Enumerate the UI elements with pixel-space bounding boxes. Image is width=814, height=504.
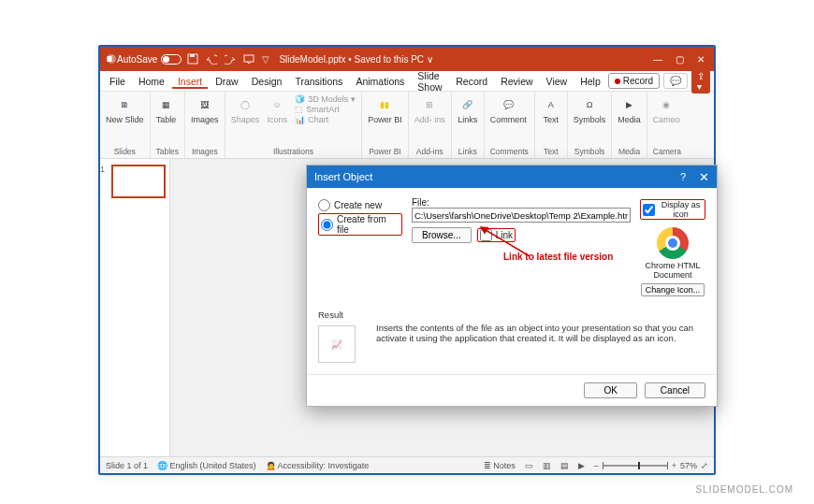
icon-caption: Chrome HTML Document xyxy=(640,261,705,280)
status-lang[interactable]: 🌐 English (United States) xyxy=(157,461,256,470)
save-icon[interactable] xyxy=(187,53,198,65)
view-normal-icon[interactable]: ▭ xyxy=(525,461,533,470)
document-title[interactable]: SlideModel.pptx • Saved to this PC ∨ xyxy=(279,54,432,65)
titlebar: AutoSave ▽ SlideModel.pptx • Saved to th… xyxy=(100,47,714,71)
powerbi-button[interactable]: ▮▮Power BI xyxy=(368,94,402,124)
svg-rect-1 xyxy=(108,56,112,62)
zoom-value: 57% xyxy=(680,461,697,470)
links-button[interactable]: 🔗Links xyxy=(458,94,478,124)
redo-icon[interactable] xyxy=(225,53,236,65)
display-as-icon-checkbox[interactable]: Display as icon xyxy=(640,199,705,220)
fit-icon[interactable]: ⤢ xyxy=(701,461,708,470)
view-reading-icon[interactable]: ▤ xyxy=(560,461,569,470)
ribbon: 🗎New Slide Slides ▦Table Tables 🖼Images … xyxy=(100,92,714,159)
smartart-button[interactable]: ⬚ SmartArt xyxy=(295,105,356,114)
dialog-title: Insert Object xyxy=(314,171,372,182)
text-button[interactable]: AText xyxy=(541,94,561,124)
menu-view[interactable]: View xyxy=(541,74,574,89)
comments-toggle[interactable]: 💬 xyxy=(663,73,688,89)
comment-button[interactable]: 💬Comment xyxy=(490,94,527,124)
view-sorter-icon[interactable]: ▥ xyxy=(543,461,551,470)
menu-transitions[interactable]: Transitions xyxy=(289,74,348,89)
cancel-button[interactable]: Cancel xyxy=(645,382,705,398)
symbols-button[interactable]: ΩSymbols xyxy=(574,94,606,124)
notes-button[interactable]: ≣ Notes xyxy=(484,461,516,470)
zoom-control[interactable]: – + 57% ⤢ xyxy=(594,461,708,470)
table-button[interactable]: ▦Table xyxy=(156,94,177,124)
menu-draw[interactable]: Draw xyxy=(210,74,244,89)
zoom-out-icon[interactable]: – xyxy=(594,461,599,470)
app-icon xyxy=(106,53,117,65)
ok-button[interactable]: OK xyxy=(584,382,636,398)
svg-rect-4 xyxy=(244,55,254,62)
create-new-radio[interactable]: Create new xyxy=(318,199,402,211)
status-bar: Slide 1 of 1 🌐 English (United States) 🙍… xyxy=(100,456,714,473)
record-button[interactable]: Record xyxy=(608,73,660,89)
menu-bar: File Home Insert Draw Design Transitions… xyxy=(100,71,714,92)
menu-record[interactable]: Record xyxy=(450,74,493,89)
zoom-in-icon[interactable]: + xyxy=(672,461,676,470)
status-slide: Slide 1 of 1 xyxy=(106,461,148,470)
browse-button[interactable]: Browse... xyxy=(412,227,472,243)
addins-button[interactable]: ⊞Add- ins xyxy=(414,94,445,124)
menu-insert[interactable]: Insert xyxy=(172,74,208,89)
autosave-label: AutoSave xyxy=(117,54,157,65)
menu-design[interactable]: Design xyxy=(246,74,288,89)
menu-help[interactable]: Help xyxy=(574,74,606,89)
shapes-button[interactable]: ◯Shapes xyxy=(231,94,260,124)
menu-slideshow[interactable]: Slide Show xyxy=(412,68,448,94)
dialog-help-icon[interactable]: ? xyxy=(680,171,686,182)
images-button[interactable]: 🖼Images xyxy=(191,94,219,124)
autosave-toggle[interactable] xyxy=(161,54,182,65)
powerpoint-window: AutoSave ▽ SlideModel.pptx • Saved to th… xyxy=(98,45,716,475)
file-path-input[interactable] xyxy=(412,208,631,223)
media-button[interactable]: ▶Media xyxy=(618,94,641,124)
share-button[interactable]: ⇪ ▾ xyxy=(691,69,710,94)
icons-button[interactable]: ☺Icons xyxy=(267,94,287,124)
minimize-icon[interactable]: — xyxy=(653,54,662,65)
close-icon[interactable]: ✕ xyxy=(697,54,705,65)
status-accessibility[interactable]: 🙍 Accessibility: Investigate xyxy=(266,461,370,470)
menu-animations[interactable]: Animations xyxy=(350,74,410,89)
result-text: Inserts the contents of the file as an o… xyxy=(376,310,705,363)
menu-home[interactable]: Home xyxy=(133,74,170,89)
thumbnail-pane[interactable]: 1 xyxy=(100,159,170,456)
slide-canvas[interactable]: Insert Object ? ✕ Create new Create f xyxy=(170,159,714,456)
dialog-titlebar: Insert Object ? ✕ xyxy=(307,166,717,188)
view-slideshow-icon[interactable]: ▶ xyxy=(578,461,585,470)
watermark: SLIDEMODEL.COM xyxy=(695,484,793,495)
result-icon: 📈 xyxy=(318,325,356,363)
annotation-text: Link to latest file version xyxy=(503,252,613,262)
insert-object-dialog: Insert Object ? ✕ Create new Create f xyxy=(306,165,718,407)
chrome-icon xyxy=(657,227,689,259)
result-label: Result xyxy=(318,310,365,320)
svg-rect-3 xyxy=(190,54,195,57)
models-button[interactable]: 🧊 3D Models ▾ xyxy=(295,94,356,104)
maximize-icon[interactable]: ▢ xyxy=(676,54,684,65)
cameo-button[interactable]: ◉Cameo xyxy=(653,94,680,124)
undo-icon[interactable] xyxy=(206,53,217,65)
slide-number: 1 xyxy=(100,165,158,174)
chart-button[interactable]: 📊 Chart xyxy=(295,115,356,124)
dialog-close-icon[interactable]: ✕ xyxy=(699,170,709,184)
create-from-file-radio[interactable]: Create from file xyxy=(318,213,402,236)
new-slide-button[interactable]: 🗎New Slide xyxy=(106,94,144,124)
workarea: 1 Insert Object ? ✕ Create new xyxy=(100,159,714,456)
slideshow-icon[interactable] xyxy=(243,53,254,65)
menu-review[interactable]: Review xyxy=(495,74,538,89)
change-icon-button[interactable]: Change Icon... xyxy=(641,283,705,296)
file-label: File: xyxy=(412,197,631,208)
menu-file[interactable]: File xyxy=(104,74,131,89)
